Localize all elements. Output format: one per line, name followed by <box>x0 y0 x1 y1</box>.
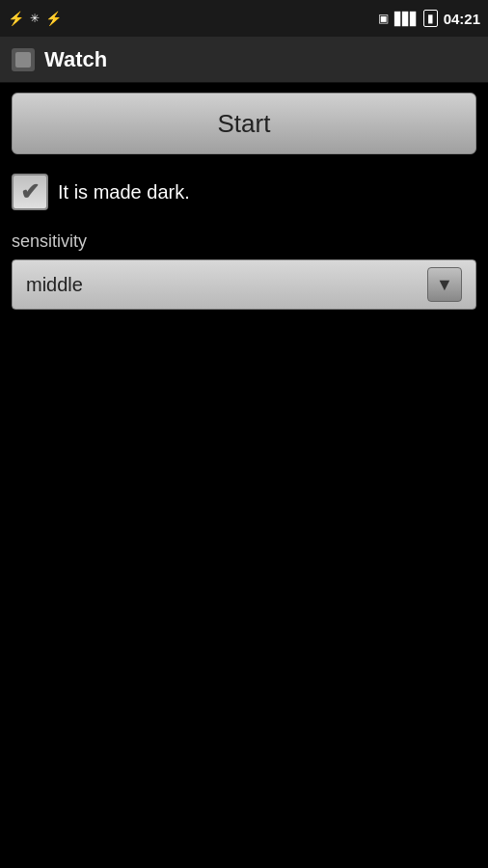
status-time: 04:21 <box>444 11 480 27</box>
status-bar-left-icons: ⚡ ✳ ⚡ <box>8 11 62 26</box>
status-bar: ⚡ ✳ ⚡ ▣ ▋▋▋ ▮ 04:21 <box>0 0 488 37</box>
sensitivity-label: sensitivity <box>12 231 476 252</box>
page-title: Watch <box>44 47 107 72</box>
sim-card-icon: ▣ <box>378 12 389 25</box>
main-content: Start ✔ It is made dark. sensitivity mid… <box>0 83 488 319</box>
app-icon-inner <box>15 52 31 68</box>
battery-icon: ▮ <box>423 10 438 27</box>
dropdown-value: middle <box>26 274 83 296</box>
signal-icon: ▋▋▋ <box>394 12 418 26</box>
checkbox-check-icon: ✔ <box>20 180 40 203</box>
start-button[interactable]: Start <box>12 93 476 154</box>
checkbox-label: It is made dark. <box>58 181 190 203</box>
start-button-label: Start <box>218 109 271 139</box>
debug-icon: ✳ <box>30 12 40 25</box>
sensitivity-dropdown[interactable]: middle ▼ <box>12 259 476 310</box>
usb-icon-2: ⚡ <box>45 11 62 26</box>
dark-checkbox[interactable]: ✔ <box>12 174 48 210</box>
app-icon <box>12 48 35 71</box>
chevron-down-icon: ▼ <box>436 276 453 293</box>
checkbox-row: ✔ It is made dark. <box>12 170 476 214</box>
status-bar-right-icons: ▣ ▋▋▋ ▮ 04:21 <box>378 10 480 27</box>
dropdown-arrow-button[interactable]: ▼ <box>427 267 462 302</box>
title-bar: Watch <box>0 37 488 83</box>
usb-icon-1: ⚡ <box>8 11 24 26</box>
